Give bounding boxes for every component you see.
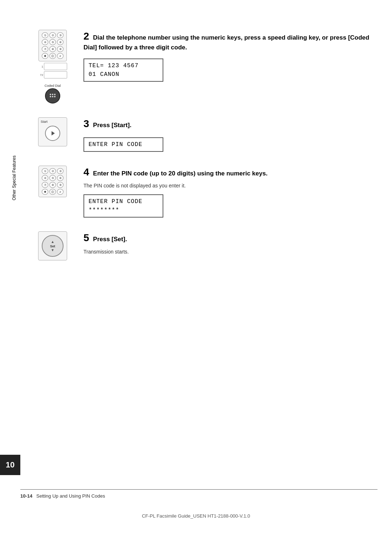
set-button-icon[interactable]: ▲ Set ▼ — [38, 231, 67, 260]
step-2-heading-text: Dial the telephone number using the nume… — [83, 34, 369, 51]
key-4: ④ — [42, 39, 48, 45]
step-3-lcd: ENTER PIN CODE — [83, 137, 163, 152]
side-label: Other Special Features — [10, 142, 18, 214]
svg-marker-6 — [52, 131, 55, 135]
start-circle[interactable] — [45, 126, 60, 141]
step-4-lcd: ENTER PIN CODE ******** — [83, 194, 163, 218]
speed-dial-2: 72 — [38, 71, 67, 78]
step-4-lcd-line2: ******** — [89, 206, 158, 215]
key2-9: ⑨ — [57, 182, 64, 188]
step-4-lcd-line1: ENTER PIN CODE — [89, 197, 158, 206]
step-3-content: 3 Press [Start]. ENTER PIN CODE — [76, 117, 370, 152]
step-5-heading-text: Press [Set]. — [93, 236, 127, 243]
svg-point-5 — [54, 96, 56, 97]
step-4-heading: 4 Enter the PIN code (up to 20 digits) u… — [83, 165, 370, 179]
numpad-icon: ① ② ③ ④ ⑤ ⑥ ⑦ ⑧ ⑨ ✱ — [38, 30, 67, 61]
step-5-content: 5 Press [Set]. Transmission starts. — [76, 231, 370, 257]
key2-4: ④ — [42, 175, 48, 181]
start-button-icon[interactable]: Start — [38, 117, 67, 146]
set-circle[interactable]: ▲ Set ▼ — [42, 235, 64, 257]
footer-bottom-ref: CF-PL Facsimile Guide_USEN HT1-2188-000-… — [0, 513, 392, 519]
start-symbol-icon — [49, 130, 56, 137]
svg-point-4 — [52, 96, 53, 97]
step-4-content: 4 Enter the PIN code (up to 20 digits) u… — [76, 165, 370, 218]
step-4-icon-col: ① ② ③ ④ ⑤ ⑥ ⑦ ⑧ ⑨ ✱ — [29, 165, 76, 197]
start-label: Start — [41, 120, 48, 123]
speed-dial-1: 1 — [38, 63, 67, 70]
key2-star: ✱ — [42, 189, 48, 195]
key-6: ⑥ — [57, 39, 64, 45]
key2-6: ⑥ — [57, 175, 64, 181]
footer-divider — [20, 489, 377, 490]
svg-point-1 — [52, 94, 53, 95]
key-1: ① — [42, 32, 48, 38]
step-2-heading: 2 Dial the telephone number using the nu… — [83, 29, 370, 52]
svg-point-3 — [50, 96, 51, 97]
step-4-row: ① ② ③ ④ ⑤ ⑥ ⑦ ⑧ ⑨ ✱ — [29, 165, 370, 218]
key2-2: ② — [49, 168, 56, 174]
key2-0: ⓪ — [49, 189, 56, 195]
step-3-heading-text: Press [Start]. — [93, 122, 131, 129]
svg-point-0 — [50, 94, 51, 95]
set-arrow-down-icon: ▼ — [51, 248, 54, 252]
footer-section-ref: 10-14 Setting Up and Using PIN Codes — [20, 493, 105, 499]
coded-dial-label: Coded Dial — [45, 84, 61, 88]
key-hash: # — [57, 53, 64, 59]
step-5-heading: 5 Press [Set]. — [83, 231, 370, 245]
step-2-row: ① ② ③ ④ ⑤ ⑥ ⑦ ⑧ ⑨ ✱ — [29, 29, 370, 104]
chapter-tab: 10 — [0, 455, 20, 475]
step-2-lcd-line1: TEL= 123 4567 — [89, 61, 158, 70]
step-5-icon-col: ▲ Set ▼ — [29, 231, 76, 260]
coded-dial-dots-icon — [49, 92, 57, 100]
numpad-icon-2: ① ② ③ ④ ⑤ ⑥ ⑦ ⑧ ⑨ ✱ — [38, 166, 67, 197]
key-2: ② — [49, 32, 56, 38]
footer-section-title: Setting Up and Using PIN Codes — [36, 493, 105, 499]
key2-hash: # — [57, 189, 64, 195]
coded-dial-button[interactable] — [45, 88, 60, 104]
key-5: ⑤ — [49, 39, 56, 45]
set-arrow-up-icon: ▲ — [51, 240, 54, 244]
key-0: ⓪ — [49, 53, 56, 59]
main-content: ① ② ③ ④ ⑤ ⑥ ⑦ ⑧ ⑨ ✱ — [29, 22, 370, 260]
key2-8: ⑧ — [49, 182, 56, 188]
step-3-row: Start 3 Press [Start]. ENTER PIN CODE — [29, 117, 370, 152]
key-9: ⑨ — [57, 46, 64, 52]
step-4-heading-text: Enter the PIN code (up to 20 digits) usi… — [93, 170, 268, 177]
step-2-lcd: TEL= 123 4567 01 CANON — [83, 58, 163, 82]
step-2-icon-col: ① ② ③ ④ ⑤ ⑥ ⑦ ⑧ ⑨ ✱ — [29, 29, 76, 104]
speed-dial-block: 1 72 — [38, 63, 67, 80]
key2-3: ③ — [57, 168, 64, 174]
key2-5: ⑤ — [49, 175, 56, 181]
key2-7: ⑦ — [42, 182, 48, 188]
footer-page-ref: 10-14 — [20, 493, 32, 499]
side-label-text: Other Special Features — [12, 155, 17, 200]
step-5-row: ▲ Set ▼ 5 Press [Set]. Transmission star… — [29, 231, 370, 260]
step-4-subtext: The PIN code is not displayed as you ent… — [83, 183, 370, 189]
key-8: ⑧ — [49, 46, 56, 52]
page-container: Other Special Features 10 ① ② ③ ④ ⑤ — [0, 0, 392, 555]
step-3-icon-col: Start — [29, 117, 76, 146]
chapter-number: 10 — [6, 460, 15, 470]
set-label: Set — [50, 244, 55, 248]
step-2-lcd-line2: 01 CANON — [89, 70, 158, 79]
key2-1: ① — [42, 168, 48, 174]
step-3-lcd-line1: ENTER PIN CODE — [89, 140, 158, 149]
coded-dial-icon[interactable]: Coded Dial — [38, 84, 67, 104]
key-7: ⑦ — [42, 46, 48, 52]
key-3: ③ — [57, 32, 64, 38]
step-5-subtext: Transmission starts. — [83, 249, 370, 255]
key-star: ✱ — [42, 53, 48, 59]
svg-point-2 — [54, 94, 56, 95]
step-3-heading: 3 Press [Start]. — [83, 117, 370, 131]
step-2-content: 2 Dial the telephone number using the nu… — [76, 29, 370, 82]
